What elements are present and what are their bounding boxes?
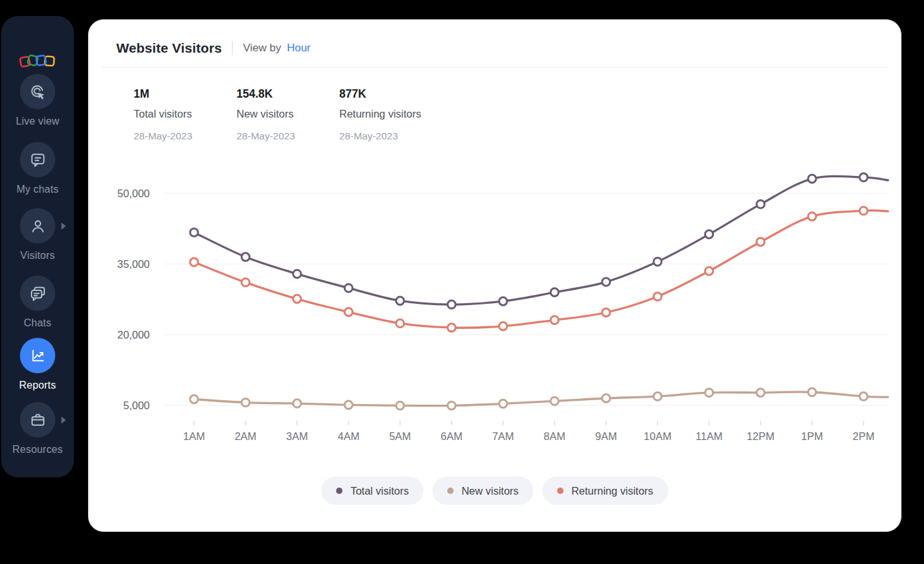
stat-returning-visitors: 877K Returning visitors 28-May-2023 [339, 87, 442, 142]
stat-total-visitors: 1M Total visitors 28-May-2023 [134, 87, 236, 142]
data-point-marker [602, 308, 610, 316]
sidebar-item-resources[interactable]: Resources [1, 402, 74, 455]
sidebar-item-chats[interactable]: Chats [1, 276, 74, 329]
live-view-icon [29, 83, 47, 101]
live-view-button[interactable] [20, 74, 55, 109]
sidebar-item-label: Resources [1, 444, 74, 455]
sidebar-item-label: Live view [1, 116, 74, 127]
sidebar-item-live-view[interactable]: Live view [1, 74, 74, 127]
x-axis-tick-label: 5AM [389, 430, 411, 442]
data-point-marker [344, 308, 352, 316]
visitors-button[interactable] [20, 208, 55, 243]
data-point-marker [344, 401, 352, 409]
sidebar-item-label: Reports [1, 380, 74, 391]
data-point-marker [448, 401, 456, 409]
chevron-right-icon [60, 416, 67, 425]
four-squares-logo[interactable] [17, 49, 59, 75]
x-axis-tick-label: 11AM [696, 430, 723, 442]
data-point-marker [190, 258, 198, 266]
legend-pill-returning-visitors[interactable]: Returning visitors [542, 477, 668, 505]
legend-label: Returning visitors [571, 485, 653, 497]
resources-button[interactable] [20, 402, 55, 437]
stat-date: 28-May-2023 [339, 130, 442, 142]
x-axis-tick-label: 2AM [235, 430, 256, 442]
data-point-marker [293, 295, 301, 303]
data-point-marker [344, 284, 352, 292]
x-axis-tick-label: 10AM [644, 430, 671, 442]
data-point-marker [653, 292, 661, 300]
chats-icon [29, 285, 47, 303]
card-header: Website Visitors View by Hour [116, 38, 310, 58]
data-point-marker [808, 388, 816, 396]
chart-series-total-visitors [194, 176, 888, 304]
view-by-hour-link[interactable]: Hour [287, 42, 310, 55]
data-point-marker [396, 401, 404, 409]
visitors-icon [29, 217, 47, 235]
resources-icon [29, 411, 47, 429]
data-point-marker [860, 207, 867, 215]
data-point-marker [653, 258, 661, 265]
data-point-marker [448, 324, 456, 331]
data-point-marker [756, 389, 764, 396]
legend-pill-total-visitors[interactable]: Total visitors [321, 477, 423, 505]
stat-value: 877K [339, 87, 442, 101]
data-point-marker [808, 213, 816, 220]
stat-value: 1M [134, 87, 236, 101]
data-point-marker [705, 231, 713, 238]
x-axis-tick-label: 8AM [544, 430, 565, 442]
legend-dot [336, 488, 342, 494]
data-point-marker [242, 278, 249, 286]
data-point-marker [860, 392, 867, 400]
stat-new-visitors: 154.8K New visitors 28-May-2023 [236, 87, 339, 142]
stat-label: Total visitors [134, 108, 236, 120]
stat-date: 28-May-2023 [134, 130, 236, 142]
data-point-marker [499, 400, 507, 407]
x-axis-tick-label: 6AM [441, 430, 463, 442]
sidebar-item-my-chats[interactable]: My chats [1, 142, 74, 195]
y-axis-tick-label: 20,000 [118, 329, 150, 340]
my-chats-icon [29, 151, 47, 169]
stat-label: Returning visitors [339, 108, 442, 120]
stat-label: New visitors [236, 108, 339, 120]
my-chats-button[interactable] [20, 142, 55, 177]
data-point-marker [756, 200, 764, 208]
y-axis-tick-label: 35,000 [118, 258, 150, 270]
chart-legend: Total visitorsNew visitorsReturning visi… [89, 477, 901, 505]
data-point-marker [808, 175, 816, 182]
reports-button[interactable] [20, 338, 55, 373]
data-point-marker [602, 278, 610, 286]
chart-area: 50,00035,00020,0005,0001AM2AM3AM4AM5AM6A… [89, 168, 902, 450]
data-point-marker [756, 238, 764, 245]
data-point-marker [602, 394, 610, 402]
legend-label: Total visitors [350, 485, 409, 497]
header-divider [232, 41, 233, 55]
x-axis-tick-label: 3AM [286, 430, 308, 442]
data-point-marker [499, 297, 507, 305]
data-point-marker [190, 395, 198, 403]
chats-button[interactable] [20, 276, 55, 311]
x-axis-tick-label: 1AM [183, 430, 205, 442]
sidebar-item-reports[interactable]: Reports [1, 338, 74, 391]
visitors-line-chart: 50,00035,00020,0005,0001AM2AM3AM4AM5AM6A… [89, 168, 902, 450]
data-point-marker [396, 319, 404, 327]
data-point-marker [860, 173, 867, 181]
x-axis-tick-label: 12PM [747, 430, 774, 442]
sidebar-item-visitors[interactable]: Visitors [1, 208, 74, 261]
legend-pill-new-visitors[interactable]: New visitors [432, 477, 533, 505]
data-point-marker [705, 267, 713, 275]
sidebar-item-label: Chats [1, 317, 74, 329]
header-rule [102, 67, 887, 67]
y-axis-tick-label: 5,000 [123, 400, 150, 411]
x-axis-tick-label: 7AM [492, 430, 514, 442]
y-axis-tick-label: 50,000 [118, 188, 150, 199]
page-title: Website Visitors [116, 40, 222, 56]
legend-dot [557, 488, 564, 494]
data-point-marker [705, 389, 713, 396]
sidebar-item-label: Visitors [1, 250, 74, 261]
sidebar-item-label: My chats [1, 184, 74, 195]
data-point-marker [499, 322, 507, 330]
sidebar: Live view My chats Visitors [1, 16, 74, 477]
view-by-label: View by [243, 42, 281, 55]
data-point-marker [448, 301, 456, 308]
reports-card: Website Visitors View by Hour 1M Total v… [88, 19, 902, 532]
